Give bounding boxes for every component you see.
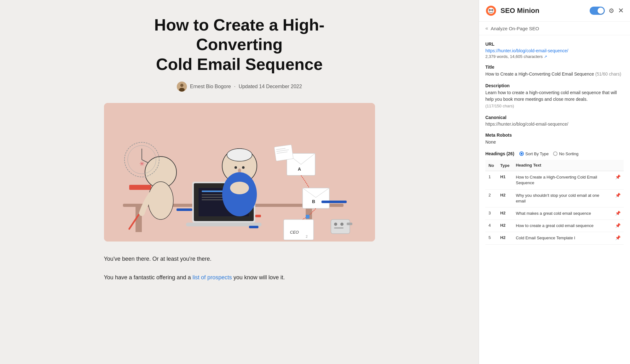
- svg-rect-47: [331, 219, 350, 234]
- article-body: You've been there. Or at least you're th…: [104, 254, 375, 282]
- description-section: Description Learn how to create a high-c…: [485, 83, 624, 109]
- svg-point-2: [179, 88, 185, 92]
- seo-panel: SEO Minion ⚙ ✕ « Analyze On-Page SEO URL…: [479, 0, 630, 364]
- toggle-switch[interactable]: [590, 7, 605, 15]
- heading-no: 5: [485, 232, 497, 244]
- headings-label: Headings (26): [485, 151, 514, 156]
- heading-no: 3: [485, 207, 497, 219]
- svg-point-28: [238, 168, 241, 173]
- article-hero-image: ✳ A: [104, 103, 375, 242]
- svg-rect-46: [306, 215, 309, 219]
- svg-point-1: [180, 84, 183, 87]
- svg-point-27: [242, 166, 245, 169]
- url-stats: 2,379 words, 14,605 characters ↗: [485, 54, 624, 59]
- svg-point-22: [148, 182, 173, 219]
- url-section: URL https://hunter.io/blog/cold-email-se…: [485, 42, 624, 59]
- svg-text:A: A: [298, 167, 301, 172]
- svg-point-56: [489, 10, 490, 11]
- sort-by-type-radio[interactable]: [519, 151, 524, 156]
- heading-type: H2: [497, 220, 512, 232]
- author-line: Ernest Bio Bogore · Updated 14 December …: [25, 82, 454, 92]
- svg-point-30: [230, 182, 249, 194]
- updated-date: Updated 14 December 2022: [239, 84, 302, 89]
- heading-text: How to create a great cold email sequenc…: [513, 220, 612, 232]
- svg-rect-42: [176, 208, 192, 211]
- heading-type: H2: [497, 207, 512, 219]
- pin-cell[interactable]: 📌: [612, 207, 624, 219]
- sort-by-type-option[interactable]: Sort By Type: [519, 151, 549, 156]
- table-row: 5 H2 Cold Email Sequence Template I 📌: [485, 232, 624, 244]
- col-heading-text: Heading Text: [513, 160, 612, 171]
- heading-text: Cold Email Sequence Template I: [513, 232, 612, 244]
- heading-no: 1: [485, 171, 497, 189]
- headings-header: Headings (26) Sort By Type No Sorting: [485, 151, 624, 156]
- panel-title: SEO Minion: [500, 7, 586, 15]
- heading-type: H2: [497, 232, 512, 244]
- svg-rect-50: [334, 227, 344, 229]
- description-label: Description: [485, 83, 624, 88]
- col-no: No: [485, 160, 497, 171]
- paragraph-2: You have a fantastic offering and a list…: [104, 273, 375, 282]
- svg-rect-43: [321, 201, 347, 203]
- canonical-section: Canonical https://hunter.io/blog/cold-em…: [485, 115, 624, 127]
- settings-icon[interactable]: ⚙: [609, 7, 614, 14]
- heading-text: Why you shouldn't stop your cold email a…: [513, 189, 612, 207]
- meta-robots-value: None: [485, 139, 624, 145]
- canonical-label: Canonical: [485, 115, 624, 120]
- heading-no: 2: [485, 189, 497, 207]
- pin-cell[interactable]: 📌: [612, 189, 624, 207]
- table-row: 3 H2 What makes a great cold email seque…: [485, 207, 624, 219]
- main-content: How to Create a High-Converting Cold Ema…: [0, 0, 479, 364]
- panel-header: SEO Minion ⚙ ✕: [479, 0, 630, 22]
- col-type: Type: [497, 160, 512, 171]
- table-row: 2 H2 Why you shouldn't stop your cold em…: [485, 189, 624, 207]
- svg-rect-51: [347, 223, 352, 225]
- panel-body: URL https://hunter.io/blog/cold-email-se…: [479, 35, 630, 364]
- chevron-left-icon: «: [485, 26, 488, 31]
- pin-icon[interactable]: 📌: [615, 193, 621, 198]
- title-value: How to Create a High-Converting Cold Ema…: [485, 71, 624, 77]
- author-name: Ernest Bio Bogore: [190, 84, 231, 89]
- svg-rect-21: [129, 185, 151, 190]
- pin-cell[interactable]: 📌: [612, 232, 624, 244]
- svg-point-49: [340, 223, 344, 226]
- prospects-link[interactable]: list of prospects: [193, 274, 232, 281]
- article-title: How to Create a High-Converting Cold Ema…: [113, 15, 366, 74]
- svg-point-25: [227, 149, 252, 161]
- paragraph-1: You've been there. Or at least you're th…: [104, 254, 375, 264]
- url-link[interactable]: https://hunter.io/blog/cold-email-sequen…: [485, 48, 568, 53]
- canonical-link[interactable]: https://hunter.io/blog/cold-email-sequen…: [485, 122, 568, 127]
- heading-no: 4: [485, 220, 497, 232]
- seo-minion-logo: [485, 5, 497, 16]
- sort-options: Sort By Type No Sorting: [519, 151, 579, 156]
- panel-nav-back[interactable]: « Analyze On-Page SEO: [479, 22, 630, 35]
- svg-rect-45: [255, 215, 261, 217]
- heading-type: H2: [497, 189, 512, 207]
- pin-icon[interactable]: 📌: [615, 174, 621, 179]
- heading-text: What makes a great cold email sequence: [513, 207, 612, 219]
- svg-point-26: [234, 166, 237, 169]
- no-sorting-radio[interactable]: [553, 151, 558, 156]
- meta-robots-label: Meta Robots: [485, 133, 624, 138]
- pin-icon[interactable]: 📌: [615, 223, 621, 228]
- svg-point-57: [492, 10, 493, 11]
- svg-text:✳: ✳: [139, 160, 144, 167]
- close-icon[interactable]: ✕: [618, 7, 624, 15]
- pin-cell[interactable]: 📌: [612, 220, 624, 232]
- pin-cell[interactable]: 📌: [612, 171, 624, 189]
- headings-table: No Type Heading Text 1 H1 How to Create …: [485, 160, 624, 245]
- pin-icon[interactable]: 📌: [615, 235, 621, 240]
- title-section: Title How to Create a High-Converting Co…: [485, 65, 624, 77]
- svg-text:2: 2: [306, 235, 308, 238]
- svg-text:B: B: [312, 199, 315, 204]
- avatar: [177, 82, 187, 92]
- description-value: Learn how to create a high-converting co…: [485, 89, 624, 109]
- svg-point-48: [334, 223, 337, 226]
- pin-icon[interactable]: 📌: [615, 211, 621, 216]
- table-row: 4 H2 How to create a great cold email se…: [485, 220, 624, 232]
- svg-rect-38: [274, 145, 293, 161]
- no-sorting-option[interactable]: No Sorting: [553, 151, 578, 156]
- url-label: URL: [485, 42, 624, 47]
- svg-text:CEO: CEO: [290, 230, 299, 235]
- heading-type: H1: [497, 171, 512, 189]
